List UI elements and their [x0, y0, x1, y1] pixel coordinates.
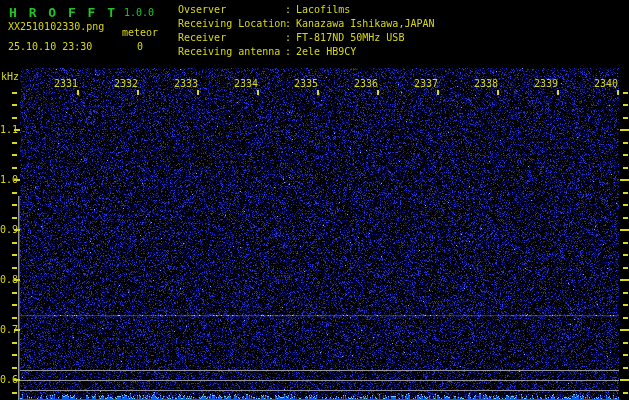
app-version: 1.0.0 — [124, 7, 154, 18]
freq-major-tick-right — [620, 379, 629, 381]
freq-minor-tick-left — [12, 267, 17, 269]
time-tick-mark — [317, 90, 319, 95]
freq-minor-tick-right — [623, 354, 628, 356]
output-filename: XX2510102330.png — [8, 21, 104, 32]
freq-minor-tick-right — [623, 192, 628, 194]
freq-minor-tick-left — [12, 392, 17, 394]
time-tick-label: 2334 — [233, 78, 259, 89]
freq-major-tick-right — [620, 179, 629, 181]
info-label: Receiving antenna — [178, 45, 285, 59]
time-tick-mark — [617, 90, 619, 95]
station-info-row: Receiving Location:Kanazawa Ishikawa,JAP… — [178, 17, 628, 31]
freq-minor-tick-right — [623, 92, 628, 94]
freq-minor-tick-right — [623, 167, 628, 169]
station-info-row: Ovserver:Lacofilms — [178, 3, 628, 17]
freq-minor-tick-left — [12, 354, 17, 356]
info-label: Ovserver — [178, 3, 285, 17]
info-label: Receiving Location — [178, 17, 285, 31]
freq-minor-tick-right — [623, 292, 628, 294]
freq-minor-tick-left — [12, 104, 17, 106]
freq-minor-tick-right — [623, 204, 628, 206]
info-label: Receiver — [178, 31, 285, 45]
freq-unit-label: kHz — [1, 71, 19, 82]
freq-tick-label: 0.6 — [0, 374, 14, 385]
station-info-row: Receiving antenna:2ele HB9CY — [178, 45, 628, 59]
freq-minor-tick-right — [623, 117, 628, 119]
hrofft-window: H R O F F T 1.0.0 XX2510102330.png meteo… — [0, 0, 629, 400]
freq-minor-tick-right — [623, 367, 628, 369]
station-info-block: Ovserver:LacofilmsReceiving Location:Kan… — [178, 3, 628, 63]
meteor-mode-label: meteor — [122, 27, 158, 38]
freq-minor-tick-left — [12, 204, 17, 206]
time-tick-mark — [257, 90, 259, 95]
freq-minor-tick-right — [623, 317, 628, 319]
freq-minor-tick-left — [12, 242, 17, 244]
info-value: 2ele HB9CY — [296, 45, 356, 59]
freq-minor-tick-right — [623, 154, 628, 156]
freq-minor-tick-right — [623, 142, 628, 144]
time-tick-mark — [377, 90, 379, 95]
freq-minor-tick-left — [12, 167, 17, 169]
info-value: Lacofilms — [296, 3, 350, 17]
freq-tick-label: 1.1 — [0, 124, 14, 135]
time-tick-label: 2339 — [533, 78, 559, 89]
meteor-count: 0 — [137, 41, 143, 52]
freq-tick-label: 1.0 — [0, 174, 14, 185]
time-tick-mark — [77, 90, 79, 95]
info-separator: : — [285, 31, 291, 45]
freq-minor-tick-left — [12, 367, 17, 369]
freq-minor-tick-right — [623, 304, 628, 306]
freq-major-tick-left — [14, 379, 20, 381]
freq-major-tick-left — [14, 279, 20, 281]
info-separator: : — [285, 17, 291, 31]
freq-tick-label: 0.8 — [0, 274, 14, 285]
freq-major-tick-left — [14, 179, 20, 181]
time-tick-label: 2333 — [173, 78, 199, 89]
info-value: Kanazawa Ishikawa,JAPAN — [296, 17, 434, 31]
freq-tick-label: 0.7 — [0, 324, 14, 335]
freq-minor-tick-left — [12, 192, 17, 194]
time-tick-mark — [137, 90, 139, 95]
freq-minor-tick-left — [12, 304, 17, 306]
freq-minor-tick-left — [12, 142, 17, 144]
observation-timestamp: 25.10.10 23:30 — [8, 41, 92, 52]
time-tick-label: 2332 — [113, 78, 139, 89]
freq-minor-tick-right — [623, 242, 628, 244]
time-tick-label: 2337 — [413, 78, 439, 89]
app-title: H R O F F T — [9, 5, 117, 20]
freq-minor-tick-left — [12, 92, 17, 94]
freq-minor-tick-left — [12, 317, 17, 319]
freq-minor-tick-right — [623, 342, 628, 344]
time-tick-label: 2340 — [593, 78, 619, 89]
time-tick-mark — [197, 90, 199, 95]
freq-minor-tick-right — [623, 104, 628, 106]
freq-minor-tick-left — [12, 154, 17, 156]
freq-minor-tick-right — [623, 392, 628, 394]
freq-major-tick-left — [14, 329, 20, 331]
time-tick-mark — [557, 90, 559, 95]
freq-major-tick-right — [620, 279, 629, 281]
freq-minor-tick-right — [623, 267, 628, 269]
freq-minor-tick-right — [623, 217, 628, 219]
freq-minor-tick-left — [12, 254, 17, 256]
freq-tick-label: 0.9 — [0, 224, 14, 235]
time-tick-mark — [497, 90, 499, 95]
freq-minor-tick-left — [12, 292, 17, 294]
freq-minor-tick-left — [12, 217, 17, 219]
time-tick-label: 2338 — [473, 78, 499, 89]
freq-major-tick-right — [620, 229, 629, 231]
time-tick-label: 2335 — [293, 78, 319, 89]
freq-major-tick-left — [14, 129, 20, 131]
info-separator: : — [285, 45, 291, 59]
station-info-row: Receiver:FT-817ND 50MHz USB — [178, 31, 628, 45]
freq-minor-tick-right — [623, 254, 628, 256]
info-separator: : — [285, 3, 291, 17]
freq-major-tick-left — [14, 229, 20, 231]
freq-minor-tick-left — [12, 342, 17, 344]
info-value: FT-817ND 50MHz USB — [296, 31, 404, 45]
freq-minor-tick-left — [12, 117, 17, 119]
time-tick-mark — [437, 90, 439, 95]
freq-major-tick-right — [620, 129, 629, 131]
freq-major-tick-right — [620, 329, 629, 331]
time-tick-label: 2336 — [353, 78, 379, 89]
